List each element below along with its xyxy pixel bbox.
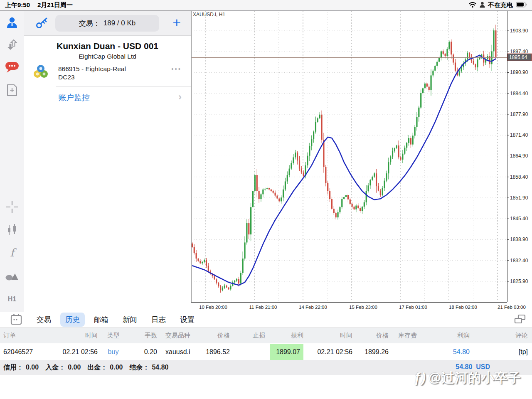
take-profit-cell: 1899.07 bbox=[265, 344, 303, 360]
svg-text:1825.90: 1825.90 bbox=[510, 278, 528, 284]
chevron-right-icon: › bbox=[178, 91, 182, 103]
divider bbox=[56, 110, 191, 110]
col-comment: 评论 bbox=[470, 328, 532, 343]
col-close-price: 价格 bbox=[352, 328, 389, 343]
panel-toolbar: 交易： 189 / 0 Kb + bbox=[24, 11, 191, 36]
col-type: 类型 bbox=[98, 328, 129, 343]
svg-text:1890.90: 1890.90 bbox=[510, 69, 528, 75]
accounts-icon[interactable] bbox=[0, 13, 24, 32]
watermark-logo-icon: ƒ) bbox=[414, 370, 426, 385]
date: 2月21日周一 bbox=[37, 1, 73, 9]
account-monitor-link[interactable]: 账户监控 bbox=[58, 92, 90, 103]
timeframe-button[interactable]: H1 bbox=[0, 290, 24, 308]
col-open-price: 价格 bbox=[197, 328, 230, 343]
svg-text:1884.40: 1884.40 bbox=[510, 91, 528, 96]
svg-text:1845.40: 1845.40 bbox=[510, 216, 528, 222]
login-info[interactable]: 866915 - Eightcap-Real DC23 bbox=[58, 65, 126, 81]
tab-news[interactable]: 新闻 bbox=[118, 313, 142, 327]
order-id: 62046527 bbox=[0, 344, 62, 360]
svg-text:1864.90: 1864.90 bbox=[510, 153, 528, 159]
account-panel: 交易： 189 / 0 Kb + Kunxian Duan - USD 001 … bbox=[24, 11, 191, 312]
price-chart[interactable]: 1903.901897.401890.901884.401877.901871.… bbox=[191, 11, 532, 310]
svg-text:1871.40: 1871.40 bbox=[510, 132, 528, 138]
svg-text:10 Feb 20:00: 10 Feb 20:00 bbox=[199, 305, 227, 310]
order-type: buy bbox=[98, 344, 129, 360]
left-icon-rail: f H1 bbox=[0, 11, 24, 312]
col-open-time: 时间 bbox=[62, 328, 98, 343]
charging-status: 不在充电 bbox=[488, 1, 513, 9]
personal-hotspot-icon bbox=[480, 2, 485, 9]
svg-text:1838.90: 1838.90 bbox=[510, 236, 528, 242]
metatrader-app: 上午9:50 2月21日周一 不在充电 bbox=[0, 0, 532, 399]
chat-icon[interactable] bbox=[0, 58, 24, 76]
history-row[interactable]: 62046527 02.21 02:56 buy 0.20 xauusd.i 1… bbox=[0, 344, 532, 360]
more-options-icon[interactable]: ••• bbox=[171, 65, 182, 72]
clock: 上午9:50 bbox=[5, 1, 30, 9]
tab-journal[interactable]: 日志 bbox=[146, 313, 171, 327]
broker-name: EightCap Global Ltd bbox=[24, 53, 191, 60]
history-tabs: 交易 历史 邮箱 新闻 日志 设置 bbox=[32, 313, 200, 327]
account-name: Kunxian Duan - USD 001 bbox=[24, 41, 191, 51]
history-table-header: 订单 时间 类型 手数 交易品种 价格 止损 获利 时间 价格 库存费 利润 评… bbox=[0, 328, 532, 343]
svg-text:1877.90: 1877.90 bbox=[510, 111, 528, 117]
col-symbol: 交易品种 bbox=[157, 328, 197, 343]
svg-text:14 Feb 22:00: 14 Feb 22:00 bbox=[299, 305, 327, 310]
svg-text:1858.40: 1858.40 bbox=[510, 174, 528, 180]
svg-text:17 Feb 01:00: 17 Feb 01:00 bbox=[399, 305, 427, 310]
window-layout-icon[interactable] bbox=[514, 314, 526, 327]
wifi-icon bbox=[468, 2, 477, 9]
crosshair-icon[interactable] bbox=[0, 198, 24, 216]
svg-text:18 Feb 02:00: 18 Feb 02:00 bbox=[449, 305, 477, 310]
open-time: 02.21 02:56 bbox=[62, 344, 98, 360]
symbol: xauusd.i bbox=[157, 344, 197, 360]
tab-trade[interactable]: 交易 bbox=[32, 313, 56, 327]
new-order-icon[interactable] bbox=[0, 81, 24, 99]
svg-text:11 Feb 21:00: 11 Feb 21:00 bbox=[249, 305, 277, 310]
open-price: 1896.52 bbox=[197, 344, 230, 360]
divider bbox=[56, 86, 191, 87]
svg-text:1903.90: 1903.90 bbox=[510, 28, 528, 34]
indicators-icon[interactable]: f bbox=[0, 244, 24, 262]
comment: [tp] bbox=[470, 344, 532, 360]
col-close-time: 时间 bbox=[303, 328, 352, 343]
tab-mailbox[interactable]: 邮箱 bbox=[89, 313, 113, 327]
add-account-button[interactable]: + bbox=[172, 14, 181, 31]
svg-text:21 Feb 03:00: 21 Feb 03:00 bbox=[498, 305, 526, 310]
storage bbox=[389, 344, 417, 360]
calendar-icon[interactable] bbox=[7, 314, 26, 325]
col-stop-loss: 止损 bbox=[230, 328, 265, 343]
mt4-logo bbox=[32, 63, 49, 80]
svg-text:15 Feb 23:00: 15 Feb 23:00 bbox=[349, 305, 377, 310]
svg-text:1895.64: 1895.64 bbox=[509, 54, 527, 60]
col-volume: 手数 bbox=[129, 328, 157, 343]
tab-history[interactable]: 历史 bbox=[60, 313, 85, 327]
volume: 0.20 bbox=[129, 344, 157, 360]
status-bar: 上午9:50 2月21日周一 不在充电 bbox=[0, 0, 532, 11]
profit: 54.80 bbox=[417, 344, 470, 360]
traffic-pill[interactable]: 交易： 189 / 0 Kb bbox=[55, 15, 159, 32]
battery-icon bbox=[516, 2, 527, 9]
close-time: 02.21 02:56 bbox=[303, 344, 352, 360]
close-price: 1899.26 bbox=[352, 344, 389, 360]
svg-text:1851.90: 1851.90 bbox=[510, 195, 528, 201]
col-order: 订单 bbox=[0, 328, 62, 343]
bottom-tab-bar: 交易 历史 邮箱 新闻 日志 设置 bbox=[0, 312, 532, 328]
chart-type-icon[interactable] bbox=[0, 221, 24, 239]
objects-icon[interactable] bbox=[0, 266, 24, 285]
tab-settings[interactable]: 设置 bbox=[175, 313, 200, 327]
key-icon[interactable] bbox=[36, 17, 48, 31]
watermark: ƒ)@过河的小卒子 bbox=[414, 369, 521, 387]
col-take-profit: 获利 bbox=[265, 328, 303, 343]
stop-loss bbox=[230, 344, 265, 360]
col-storage: 库存费 bbox=[389, 328, 417, 343]
svg-text:1832.40: 1832.40 bbox=[510, 258, 528, 264]
updown-arrows-icon[interactable] bbox=[0, 36, 24, 54]
svg-text:XAUUSD.i, H1: XAUUSD.i, H1 bbox=[193, 12, 225, 17]
tp-highlight: 1899.07 bbox=[270, 344, 303, 360]
col-profit: 利润 bbox=[417, 328, 470, 343]
candlestick-chart-canvas[interactable]: 1903.901897.401890.901884.401877.901871.… bbox=[191, 11, 532, 310]
